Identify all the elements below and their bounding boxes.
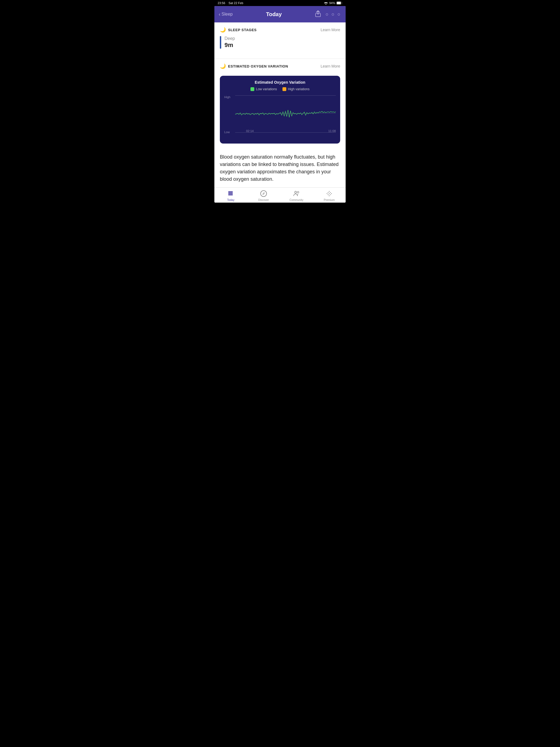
back-label: Sleep xyxy=(222,12,233,17)
stage-deep-value: 9m xyxy=(225,42,235,49)
premium-icon xyxy=(325,190,333,198)
y-label-high: High xyxy=(224,96,230,99)
sleep-stages-title-row: 🌙 SLEEP STAGES xyxy=(220,27,257,33)
tab-bar: Today Discover xyxy=(214,187,346,203)
svg-point-8 xyxy=(229,192,230,193)
chart-plot-area: 02:14 11:08 xyxy=(235,96,336,133)
estimated-oxy-section: 🌙 ESTIMATED OXYGEN VARIATION Learn More xyxy=(214,59,346,76)
chart-legend: Low variations High variations xyxy=(224,87,336,91)
svg-point-15 xyxy=(228,195,229,196)
oxy-learn-more[interactable]: Learn More xyxy=(321,64,340,68)
description-section: Blood oxygen saturation normally fluctua… xyxy=(214,148,346,187)
svg-point-24 xyxy=(328,192,329,193)
svg-point-18 xyxy=(232,195,233,196)
legend-dot-orange xyxy=(282,87,286,91)
svg-point-13 xyxy=(230,193,232,195)
svg-point-11 xyxy=(228,193,229,195)
nav-header: ‹ Sleep Today ○ ○ ○ xyxy=(214,6,346,22)
svg-point-23 xyxy=(327,193,328,194)
more-icon[interactable]: ○ ○ ○ xyxy=(325,11,341,17)
svg-point-12 xyxy=(229,193,230,195)
oxy-moon-icon: 🌙 xyxy=(220,63,226,69)
sleep-stages-header: 🌙 SLEEP STAGES Learn More xyxy=(220,27,340,33)
svg-point-27 xyxy=(329,196,330,196)
tab-community-label: Community xyxy=(289,199,304,202)
svg-point-29 xyxy=(331,193,332,194)
chart-area: High Low 02:14 11:08 xyxy=(224,96,336,139)
tab-today-label: Today xyxy=(227,199,235,202)
svg-point-21 xyxy=(295,191,297,193)
oxy-section-title: ESTIMATED OXYGEN VARIATION xyxy=(228,64,288,68)
svg-point-14 xyxy=(232,193,233,195)
tab-discover[interactable]: Discover xyxy=(255,190,272,202)
oxy-section-header: 🌙 ESTIMATED OXYGEN VARIATION Learn More xyxy=(220,63,340,69)
oxygen-chart-container: Estimated Oxygen Variation Low variation… xyxy=(220,76,340,144)
share-icon[interactable] xyxy=(315,10,321,18)
legend-dot-green xyxy=(251,87,254,91)
back-arrow-icon: ‹ xyxy=(219,11,221,17)
sleep-stage-deep: Deep 9m xyxy=(220,36,340,49)
tab-premium[interactable]: Premium xyxy=(321,190,337,202)
legend-low-label: Low variations xyxy=(256,87,277,91)
legend-high-label: High variations xyxy=(288,87,309,91)
svg-point-7 xyxy=(228,192,229,193)
svg-point-4 xyxy=(229,191,230,192)
page-title: Today xyxy=(266,11,282,18)
svg-point-6 xyxy=(232,191,233,192)
x-label-start: 02:14 xyxy=(246,129,254,133)
legend-low-variations: Low variations xyxy=(251,87,277,91)
svg-point-17 xyxy=(230,195,232,196)
svg-point-30 xyxy=(330,195,331,195)
chart-title: Estimated Oxygen Variation xyxy=(224,80,336,84)
legend-high-variations: High variations xyxy=(282,87,309,91)
back-button[interactable]: ‹ Sleep xyxy=(219,11,233,17)
stage-deep-info: Deep 9m xyxy=(225,36,235,49)
chart-x-labels: 02:14 11:08 xyxy=(246,129,336,133)
svg-point-25 xyxy=(329,191,330,192)
tab-premium-label: Premium xyxy=(324,199,335,202)
svg-rect-1 xyxy=(337,2,341,4)
tab-today[interactable]: Today xyxy=(223,190,239,202)
svg-point-22 xyxy=(297,191,299,193)
description-text: Blood oxygen saturation normally fluctua… xyxy=(220,153,340,183)
waveform-svg xyxy=(235,96,336,127)
tab-discover-label: Discover xyxy=(258,199,269,202)
discover-icon xyxy=(260,190,268,198)
wifi-icon xyxy=(324,1,328,5)
svg-point-3 xyxy=(228,191,229,192)
x-label-end: 11:08 xyxy=(328,129,336,133)
oxy-title-row: 🌙 ESTIMATED OXYGEN VARIATION xyxy=(220,63,288,69)
svg-point-9 xyxy=(230,192,232,193)
sleep-stages-title: SLEEP STAGES xyxy=(228,28,257,32)
today-icon xyxy=(227,190,235,198)
sleep-stages-section: 🌙 SLEEP STAGES Learn More Deep 9m xyxy=(214,22,346,59)
svg-point-28 xyxy=(330,192,331,193)
svg-point-31 xyxy=(328,195,329,195)
svg-point-16 xyxy=(229,195,230,196)
stage-deep-label: Deep xyxy=(225,36,235,41)
moon-icon: 🌙 xyxy=(220,27,226,33)
status-icons: 94% xyxy=(324,1,342,5)
battery-icon xyxy=(336,1,342,5)
svg-point-10 xyxy=(232,192,233,193)
y-label-low: Low xyxy=(224,130,230,134)
status-time-date: 23:56 Sat 22 Feb xyxy=(218,1,244,5)
svg-point-20 xyxy=(263,193,264,194)
battery-level: 94% xyxy=(329,1,335,5)
stage-bar-deep xyxy=(220,36,221,49)
nav-actions: ○ ○ ○ xyxy=(315,10,341,18)
community-icon xyxy=(292,190,300,198)
svg-point-5 xyxy=(230,191,232,192)
chart-y-labels: High Low xyxy=(224,96,230,134)
svg-point-26 xyxy=(329,193,330,194)
app-container: ‹ Sleep Today ○ ○ ○ 🌙 SLEEP STAGES xyxy=(214,6,346,203)
sleep-stages-learn-more[interactable]: Learn More xyxy=(321,28,340,32)
status-bar: 23:56 Sat 22 Feb 94% xyxy=(214,0,346,6)
tab-community[interactable]: Community xyxy=(288,190,305,202)
